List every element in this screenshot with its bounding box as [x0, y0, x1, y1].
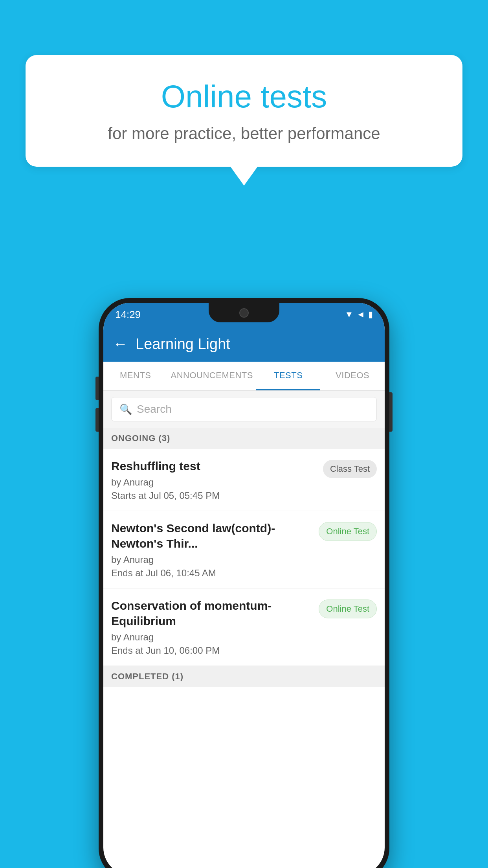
test-item[interactable]: Reshuffling test by Anurag Starts at Jul…: [103, 449, 385, 511]
search-bar[interactable]: 🔍 Search: [111, 397, 377, 421]
test-item[interactable]: Conservation of momentum-Equilibrium by …: [103, 588, 385, 666]
test-item-author: by Anurag: [111, 554, 312, 565]
back-button[interactable]: ←: [113, 336, 128, 353]
volume-up-button[interactable]: [95, 377, 99, 400]
test-item-title: Reshuffling test: [111, 458, 317, 474]
ongoing-section-header: ONGOING (3): [103, 428, 385, 449]
test-item-author: by Anurag: [111, 632, 312, 643]
tab-tests[interactable]: TESTS: [256, 362, 321, 390]
search-container: 🔍 Search: [103, 391, 385, 428]
search-input[interactable]: Search: [137, 403, 172, 416]
test-item-content: Reshuffling test by Anurag Starts at Jul…: [111, 458, 323, 501]
speech-bubble-arrow: [230, 166, 258, 186]
speech-bubble-title: Online tests: [57, 79, 431, 115]
speech-bubble: Online tests for more practice, better p…: [26, 55, 462, 167]
test-item-time: Starts at Jul 05, 05:45 PM: [111, 490, 317, 501]
test-item-content: Newton's Second law(contd)-Newton's Thir…: [111, 520, 319, 579]
search-icon: 🔍: [119, 403, 132, 416]
front-camera: [239, 308, 249, 318]
test-item-author: by Anurag: [111, 477, 317, 488]
phone-notch: [209, 303, 279, 322]
test-item-content: Conservation of momentum-Equilibrium by …: [111, 598, 319, 656]
signal-icon: ◄: [356, 309, 365, 320]
completed-section-header: COMPLETED (1): [103, 666, 385, 687]
phone-screen: 14:29 ▼ ◄ ▮ ← Learning Light MENTS ANNOU…: [103, 303, 385, 868]
speech-bubble-subtitle: for more practice, better performance: [57, 124, 431, 143]
test-badge: Online Test: [319, 522, 377, 541]
battery-icon: ▮: [368, 309, 373, 320]
test-badge: Online Test: [319, 600, 377, 618]
test-item[interactable]: Newton's Second law(contd)-Newton's Thir…: [103, 511, 385, 588]
app-bar: ← Learning Light: [103, 326, 385, 362]
app-title: Learning Light: [136, 336, 230, 353]
status-icons: ▼ ◄ ▮: [345, 309, 373, 320]
status-time: 14:29: [115, 309, 141, 321]
power-button[interactable]: [389, 392, 393, 432]
test-item-title: Conservation of momentum-Equilibrium: [111, 598, 312, 629]
test-item-time: Ends at Jun 10, 06:00 PM: [111, 645, 312, 656]
tab-videos[interactable]: VIDEOS: [320, 362, 385, 390]
volume-down-button[interactable]: [95, 408, 99, 432]
wifi-icon: ▼: [345, 309, 353, 320]
test-item-title: Newton's Second law(contd)-Newton's Thir…: [111, 520, 312, 551]
speech-bubble-container: Online tests for more practice, better p…: [26, 55, 462, 186]
test-badge: Class Test: [323, 460, 377, 478]
test-item-time: Ends at Jul 06, 10:45 AM: [111, 568, 312, 579]
tabs-container: MENTS ANNOUNCEMENTS TESTS VIDEOS: [103, 362, 385, 391]
phone-frame: 14:29 ▼ ◄ ▮ ← Learning Light MENTS ANNOU…: [99, 298, 389, 868]
tab-ments[interactable]: MENTS: [103, 362, 168, 390]
tab-announcements[interactable]: ANNOUNCEMENTS: [168, 362, 256, 390]
